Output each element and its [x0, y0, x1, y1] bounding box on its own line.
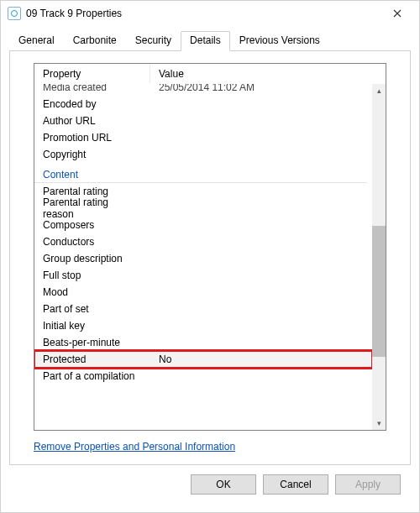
tab-carbonite[interactable]: Carbonite	[64, 31, 126, 51]
details-panel: Property Value Media created 25/05/2014 …	[9, 51, 411, 465]
tab-strip: General Carbonite Security Details Previ…	[9, 31, 411, 51]
property-value	[150, 368, 372, 385]
property-row[interactable]: Group description	[34, 250, 372, 267]
titlebar: 09 Track 9 Properties	[1, 1, 419, 26]
property-row[interactable]: Copyright	[34, 146, 372, 163]
vertical-scrollbar[interactable]: ▴ ▾	[372, 84, 386, 430]
property-value	[150, 250, 372, 267]
tab-previous-versions[interactable]: Previous Versions	[230, 31, 329, 51]
scroll-thumb[interactable]	[372, 226, 386, 358]
tab-security[interactable]: Security	[126, 31, 181, 51]
property-value	[150, 233, 372, 250]
column-header-value[interactable]: Value	[150, 64, 372, 83]
property-row[interactable]: Encoded by	[34, 96, 372, 113]
property-row[interactable]: Composers	[34, 217, 372, 233]
cancel-button[interactable]: Cancel	[263, 474, 328, 495]
property-row[interactable]: Part of a compilation	[34, 368, 372, 385]
property-row[interactable]: Full stop	[34, 267, 372, 284]
property-row[interactable]: Media created 25/05/2014 11:02 AM	[34, 84, 372, 96]
property-value	[150, 113, 372, 129]
scroll-up-icon[interactable]: ▴	[372, 84, 386, 97]
property-name: Composers	[34, 217, 150, 233]
properties-header-row: Property Value	[34, 64, 386, 84]
property-name: Copyright	[34, 146, 150, 163]
property-value	[150, 301, 372, 317]
remove-properties-link-row: Remove Properties and Personal Informati…	[34, 441, 386, 453]
property-row[interactable]: Part of set	[34, 301, 372, 317]
property-value: 25/05/2014 11:02 AM	[150, 84, 372, 96]
property-row[interactable]: Author URL	[34, 113, 372, 129]
property-value	[150, 267, 372, 284]
property-name: Media created	[34, 84, 150, 96]
property-name: Beats-per-minute	[34, 334, 150, 351]
close-icon	[393, 9, 402, 18]
group-label: Content	[34, 163, 87, 182]
dialog-buttons: OK Cancel Apply	[9, 465, 411, 504]
apply-button[interactable]: Apply	[335, 474, 401, 495]
property-name: Part of set	[34, 301, 150, 317]
property-name: Group description	[34, 250, 150, 267]
property-value	[150, 284, 372, 301]
client-area: General Carbonite Security Details Previ…	[1, 26, 419, 512]
property-value	[150, 217, 372, 233]
property-name: Parental rating reason	[34, 200, 150, 217]
scroll-down-icon[interactable]: ▾	[372, 416, 386, 430]
property-name: Promotion URL	[34, 129, 150, 146]
property-name: Part of a compilation	[34, 368, 150, 385]
property-name: Protected	[34, 351, 150, 368]
properties-scroll-area: Media created 25/05/2014 11:02 AM Encode…	[34, 84, 386, 430]
ok-button[interactable]: OK	[191, 474, 256, 495]
property-name: Mood	[34, 284, 150, 301]
group-header-content: Content	[34, 163, 367, 183]
property-name: Initial key	[34, 317, 150, 334]
property-row[interactable]: Initial key	[34, 317, 372, 334]
property-row-protected[interactable]: Protected No	[34, 351, 372, 368]
property-row[interactable]: Promotion URL	[34, 129, 372, 146]
property-row[interactable]: Mood	[34, 284, 372, 301]
property-name: Author URL	[34, 113, 150, 129]
property-value	[150, 183, 372, 200]
property-row[interactable]: Beats-per-minute	[34, 334, 372, 351]
property-row[interactable]: Conductors	[34, 233, 372, 250]
close-button[interactable]	[379, 1, 416, 26]
window-title: 09 Track 9 Properties	[26, 8, 379, 19]
properties-listbox: Property Value Media created 25/05/2014 …	[34, 63, 386, 431]
property-value	[150, 96, 372, 113]
app-icon	[8, 7, 21, 20]
property-name: Encoded by	[34, 96, 150, 113]
property-value	[150, 317, 372, 334]
property-row[interactable]: Parental rating reason	[34, 200, 372, 217]
properties-list: Media created 25/05/2014 11:02 AM Encode…	[34, 84, 386, 385]
property-name: Full stop	[34, 267, 150, 284]
property-value: No	[150, 351, 372, 368]
column-header-property[interactable]: Property	[34, 64, 150, 83]
property-value	[150, 146, 372, 163]
property-value	[150, 129, 372, 146]
tab-details[interactable]: Details	[181, 31, 230, 51]
tab-general[interactable]: General	[9, 31, 64, 51]
property-name: Conductors	[34, 233, 150, 250]
property-value	[150, 334, 372, 351]
properties-window: 09 Track 9 Properties General Carbonite …	[0, 0, 420, 513]
property-value	[150, 200, 372, 217]
remove-properties-link[interactable]: Remove Properties and Personal Informati…	[34, 441, 235, 453]
